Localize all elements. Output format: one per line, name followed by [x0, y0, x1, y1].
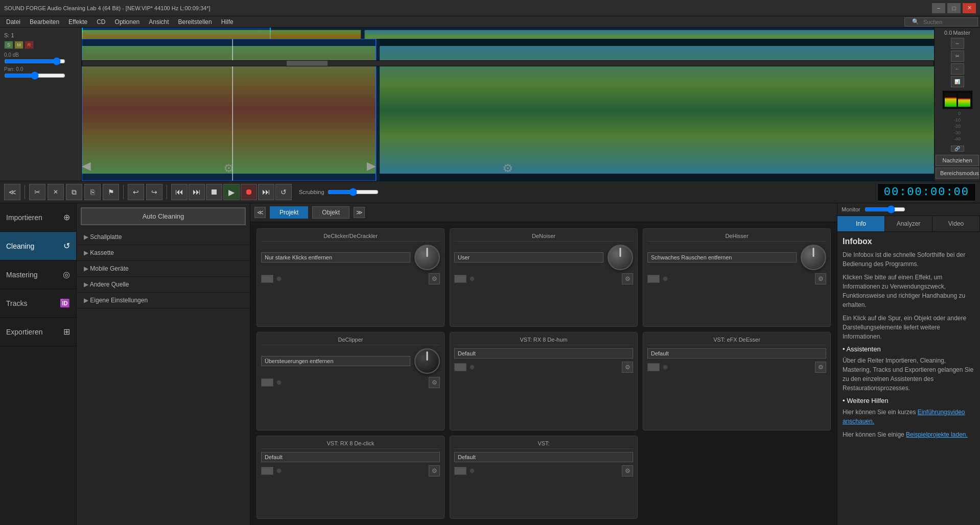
- effect-vst-declick-toggle[interactable]: [261, 467, 273, 475]
- delete-btn[interactable]: ✕: [48, 184, 64, 200]
- volume-slider[interactable]: [4, 58, 65, 65]
- effect-vst-empty-preset[interactable]: Default: [454, 452, 633, 462]
- effect-declipper-preset[interactable]: Übersteuerungen entfernen: [261, 356, 410, 366]
- play-btn[interactable]: ▶: [223, 184, 240, 200]
- preset-eigene[interactable]: Eigene Einstellungen: [77, 293, 250, 308]
- effect-dehisser-toggle[interactable]: [647, 275, 660, 283]
- solo-button[interactable]: S: [4, 41, 13, 49]
- effect-declipper-settings[interactable]: ⚙: [429, 377, 440, 388]
- effect-declipper-toggle[interactable]: [261, 378, 273, 387]
- paste-btn[interactable]: ⎘: [84, 184, 101, 200]
- preset-schallplatte[interactable]: Schallplatte: [77, 229, 250, 245]
- nav-mastering-icon: ◎: [63, 270, 70, 279]
- h-scrollbar[interactable]: [82, 60, 934, 66]
- effect-dehisser-preset[interactable]: Schwaches Rauschen entfernen: [647, 252, 797, 262]
- collapse-btn[interactable]: ≪: [4, 184, 20, 200]
- pan-slider[interactable]: [4, 72, 65, 79]
- effect-vst-dehum-settings[interactable]: ⚙: [622, 362, 633, 373]
- loop-btn[interactable]: ↺: [275, 184, 292, 200]
- bereichsmodus-btn[interactable]: Bereichsmodus: [936, 168, 979, 179]
- vu-left: [945, 93, 957, 107]
- auto-cleaning-btn[interactable]: Auto Cleaning: [81, 207, 246, 225]
- effect-vst-deesser-toggle[interactable]: [647, 363, 660, 371]
- scrollbar-thumb[interactable]: [287, 61, 328, 66]
- effect-vst-deesser-settings[interactable]: ⚙: [815, 362, 826, 373]
- menu-ansicht[interactable]: Ansicht: [145, 17, 173, 27]
- preset-kassette[interactable]: Kassette: [77, 245, 250, 261]
- info-tab-info[interactable]: Info: [837, 216, 885, 231]
- effect-vst-declick-title: VST: RX 8 De-click: [261, 440, 440, 449]
- minimize-button[interactable]: −: [932, 3, 945, 13]
- nav-importieren[interactable]: Importieren ⊕: [0, 203, 76, 232]
- tab-objekt[interactable]: Objekt: [312, 206, 349, 219]
- left-nav: Importieren ⊕ Cleaning ↺ Mastering ◎ Tra…: [0, 203, 77, 525]
- effect-dehisser-knob[interactable]: [801, 245, 826, 270]
- close-button[interactable]: ✕: [963, 3, 976, 13]
- effect-vst-empty-title: VST:: [454, 440, 633, 449]
- monitor-volume-slider[interactable]: [865, 205, 905, 213]
- effect-declicker-toggle[interactable]: [261, 275, 273, 283]
- effect-vst-empty-toggle[interactable]: [454, 467, 466, 475]
- preset-andere[interactable]: Andere Quelle: [77, 277, 250, 293]
- menu-effekte[interactable]: Effekte: [64, 17, 91, 27]
- effect-vst-deesser-preset[interactable]: Default: [647, 348, 826, 359]
- effect-declipper-title: DeClipper: [261, 337, 440, 345]
- info-tabs: Info Analyzer Video: [837, 216, 980, 232]
- marker-btn[interactable]: ⚑: [103, 184, 119, 200]
- effect-denoiser-preset[interactable]: User: [454, 252, 603, 262]
- scrubbing-slider[interactable]: [328, 188, 379, 196]
- undo-btn[interactable]: ↩: [128, 184, 144, 200]
- right-btn-4[interactable]: 📊: [951, 76, 964, 87]
- effect-declicker-knob[interactable]: [414, 245, 440, 270]
- to-end-btn[interactable]: ⏭: [258, 184, 274, 200]
- nav-tracks[interactable]: Tracks 🆔: [0, 289, 76, 318]
- effect-dehisser-settings[interactable]: ⚙: [815, 273, 826, 284]
- nav-cleaning[interactable]: Cleaning ↺: [0, 232, 76, 260]
- copy-btn[interactable]: ⧉: [66, 184, 82, 200]
- redo-btn[interactable]: ↪: [146, 184, 162, 200]
- effect-denoiser-settings[interactable]: ⚙: [622, 273, 633, 284]
- tab-projekt[interactable]: Projekt: [270, 206, 308, 219]
- cut-btn[interactable]: ✂: [29, 184, 45, 200]
- menu-bereitstellen[interactable]: Bereitstellen: [174, 17, 216, 27]
- right-btn-3[interactable]: ←: [951, 63, 964, 75]
- menu-cd[interactable]: CD: [92, 17, 109, 27]
- info-tab-video[interactable]: Video: [932, 216, 980, 231]
- effect-declicker-settings[interactable]: ⚙: [429, 273, 440, 284]
- effect-declipper-knob[interactable]: [414, 348, 440, 374]
- right-btn-1[interactable]: ↔: [951, 38, 964, 49]
- nav-exportieren[interactable]: Exportieren ⊞: [0, 318, 76, 346]
- effect-denoiser-toggle[interactable]: [454, 275, 466, 283]
- prev-btn[interactable]: ⏭: [189, 184, 205, 200]
- waveform-main[interactable]: /* generated below */: [82, 28, 934, 181]
- to-start-btn[interactable]: ⏮: [171, 184, 188, 200]
- right-btn-2[interactable]: ✂: [951, 51, 964, 62]
- info-link-2[interactable]: Beispielprojekte laden.: [906, 431, 968, 438]
- nav-mastering[interactable]: Mastering ◎: [0, 260, 76, 289]
- effect-vst-empty-settings[interactable]: ⚙: [622, 465, 633, 476]
- effect-vst-declick-preset[interactable]: Default: [261, 452, 440, 462]
- preset-mobile[interactable]: Mobile Geräte: [77, 261, 250, 277]
- search-input[interactable]: [923, 19, 974, 25]
- menu-bearbeiten[interactable]: Bearbeiten: [26, 17, 63, 27]
- tabs-left-arrow[interactable]: ≪: [254, 207, 266, 218]
- menu-optionen[interactable]: Optionen: [111, 17, 144, 27]
- record-arm-button[interactable]: R: [25, 41, 34, 49]
- maximize-button[interactable]: □: [947, 3, 961, 13]
- mute-button[interactable]: M: [14, 41, 24, 49]
- info-tab-analyzer[interactable]: Analyzer: [885, 216, 932, 231]
- stop-btn[interactable]: ⏹: [206, 184, 222, 200]
- effect-vst-dehum-toggle[interactable]: [454, 363, 466, 371]
- effect-declicker-preset[interactable]: Nur starke Klicks entfernen: [261, 252, 410, 262]
- tabs-right-arrow[interactable]: ≫: [354, 207, 365, 218]
- effect-vst-empty: VST: Default ⚙: [450, 436, 638, 519]
- effect-vst-dehum-preset[interactable]: Default: [454, 348, 633, 359]
- nav-exportieren-icon: ⊞: [63, 327, 70, 337]
- effect-vst-declick-settings[interactable]: ⚙: [429, 465, 440, 476]
- nachziehen-btn[interactable]: Nachziehen: [936, 155, 979, 166]
- record-btn[interactable]: ⏺: [241, 184, 257, 200]
- link-btn[interactable]: 🔗: [951, 146, 964, 152]
- menu-hilfe[interactable]: Hilfe: [217, 17, 238, 27]
- menu-datei[interactable]: Datei: [2, 17, 25, 27]
- effect-denoiser-knob[interactable]: [608, 245, 633, 270]
